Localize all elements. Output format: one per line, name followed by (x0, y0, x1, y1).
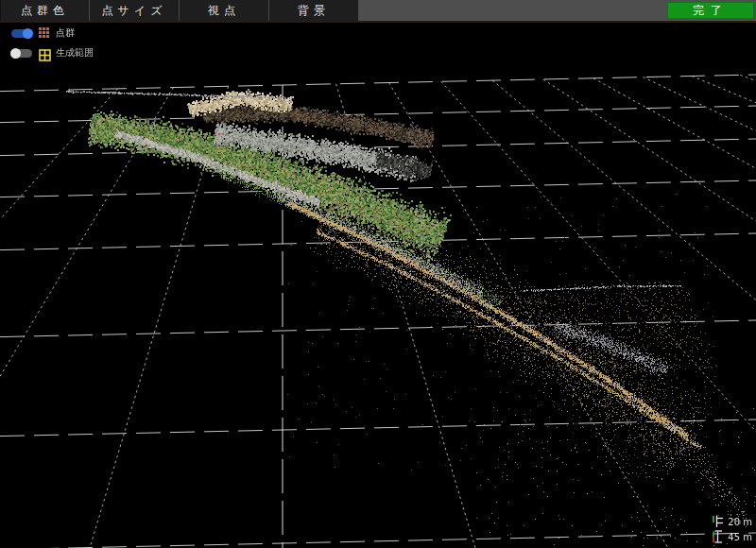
generation-range-toggle[interactable] (11, 49, 32, 58)
vertical-scale-value: 45 m (728, 532, 752, 542)
pointcloud-label: 点群 (56, 27, 75, 39)
point-color-button[interactable]: 点群色 (0, 0, 90, 21)
legend-item-pointcloud: 点群 (11, 26, 94, 40)
window-grid-icon (39, 47, 51, 60)
point-size-button[interactable]: 点サイズ (90, 0, 180, 21)
point-cloud-viewport[interactable] (0, 0, 756, 548)
dot-grid-icon (39, 26, 51, 40)
done-button[interactable]: 完了 (667, 2, 754, 19)
toolbar-spacer (359, 0, 667, 21)
vertical-scale-icon (712, 530, 724, 543)
toolbar: 点群色 点サイズ 視点 背景 完了 (0, 0, 756, 23)
vertical-scale-row: 45 m (712, 529, 752, 544)
viewpoint-button[interactable]: 視点 (180, 0, 269, 21)
horizontal-scale-row: 20 m (712, 514, 752, 529)
pointcloud-toggle[interactable] (11, 29, 32, 38)
generation-range-label: 生成範囲 (56, 47, 94, 59)
legend: 点群 生成範囲 (11, 26, 94, 66)
horizontal-scale-value: 20 m (728, 517, 752, 527)
legend-item-generation-range: 生成範囲 (11, 46, 94, 60)
scale-indicators: 20 m 45 m (712, 514, 752, 544)
horizontal-scale-icon (712, 515, 724, 528)
background-button[interactable]: 背景 (269, 0, 359, 21)
toolbar-button-group: 点群色 点サイズ 視点 背景 (0, 0, 359, 21)
